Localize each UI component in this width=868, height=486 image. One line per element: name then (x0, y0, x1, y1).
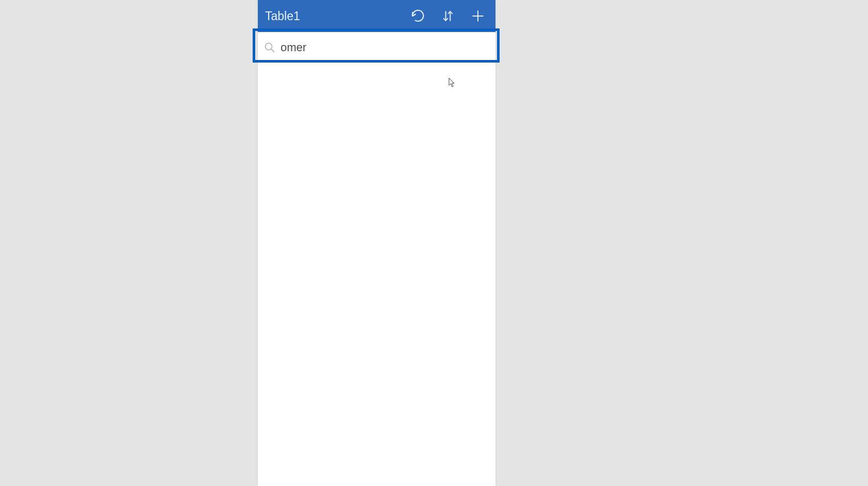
content-area (258, 63, 495, 486)
header-title: Table1 (265, 9, 410, 23)
sort-icon (441, 8, 455, 24)
search-icon (263, 41, 276, 54)
search-input[interactable] (281, 41, 491, 54)
svg-line-5 (271, 49, 274, 52)
header-bar: Table1 (258, 0, 495, 32)
sort-button[interactable] (440, 8, 456, 24)
refresh-icon (411, 9, 425, 23)
add-button[interactable] (470, 8, 486, 24)
app-panel: Table1 (258, 0, 495, 486)
search-row (258, 32, 495, 63)
header-icons (410, 8, 488, 24)
refresh-button[interactable] (410, 8, 426, 24)
plus-icon (471, 9, 485, 23)
